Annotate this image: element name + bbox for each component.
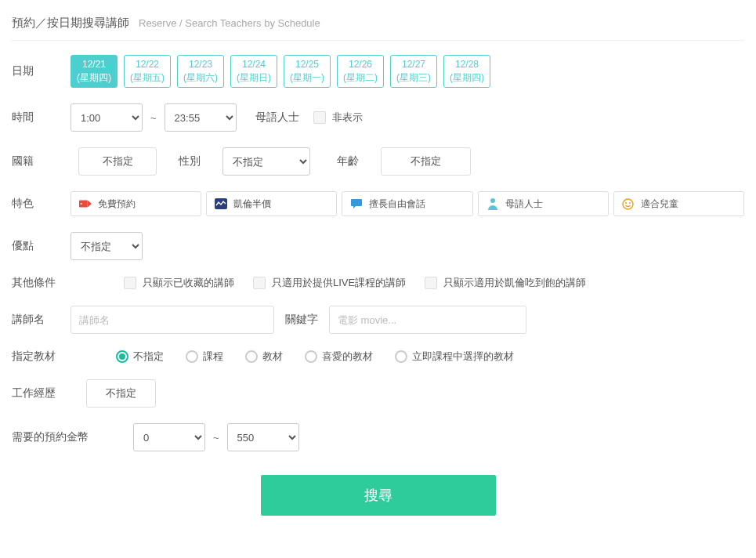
date-md: 12/28 xyxy=(455,58,479,71)
row-teacher-keyword: 講師名 關鍵字 xyxy=(12,306,744,334)
row-work-history: 工作經歷 不指定 xyxy=(12,379,744,408)
label-conditions: 其他條件 xyxy=(12,276,71,290)
label-gender: 性別 xyxy=(179,154,201,168)
callan-icon xyxy=(215,197,227,210)
radio-label: 課程 xyxy=(203,350,223,364)
tilde: ~ xyxy=(150,112,157,124)
feature-tag-0[interactable]: 免費預約 xyxy=(71,191,201,216)
feature-tag-4[interactable]: 適合兒童 xyxy=(613,191,744,216)
condition-label: 只顯示已收藏的講師 xyxy=(143,276,234,290)
radio-label: 喜愛的教材 xyxy=(322,350,373,364)
merit-select[interactable]: 不指定 xyxy=(71,232,143,260)
material-radio-group: 不指定課程教材喜愛的教材立即課程中選擇的教材 xyxy=(116,350,514,364)
svg-point-4 xyxy=(623,199,633,209)
feature-label: 免費預約 xyxy=(98,197,136,211)
date-tab-6[interactable]: 12/27(星期三) xyxy=(390,55,437,88)
chat-icon xyxy=(350,197,363,210)
date-tab-4[interactable]: 12/25(星期一) xyxy=(284,55,331,88)
row-merit: 優點 不指定 xyxy=(12,232,744,260)
feature-label: 凱倫半價 xyxy=(233,197,271,211)
svg-point-5 xyxy=(625,202,627,204)
label-nationality: 國籍 xyxy=(12,154,71,168)
condition-checkbox-2[interactable]: 只顯示適用於凱倫吃到飽的講師 xyxy=(425,276,586,290)
keyword-input[interactable] xyxy=(329,306,526,334)
feature-label: 適合兒童 xyxy=(641,197,678,211)
date-dow: (星期三) xyxy=(396,71,431,85)
feature-tag-3[interactable]: 母語人士 xyxy=(478,191,609,216)
label-coins: 需要的預約金幣 xyxy=(12,430,106,444)
date-dow: (星期一) xyxy=(290,71,324,85)
material-radio-2[interactable]: 教材 xyxy=(245,350,283,364)
date-md: 12/23 xyxy=(189,58,212,71)
label-keyword: 關鍵字 xyxy=(285,313,318,327)
checkbox-icon xyxy=(425,277,437,289)
row-date: 日期 12/21(星期四)12/22(星期五)12/23(星期六)12/24(星… xyxy=(12,55,744,88)
page-subtitle: Reserve / Search Teachers by Schedule xyxy=(139,17,320,29)
date-md: 12/26 xyxy=(349,58,372,71)
material-radio-1[interactable]: 課程 xyxy=(186,350,223,364)
radio-icon xyxy=(245,350,258,363)
date-dow: (星期六) xyxy=(183,71,218,85)
label-material: 指定教材 xyxy=(12,350,71,364)
time-to-select[interactable]: 23:55 xyxy=(165,103,237,132)
label-feature: 特色 xyxy=(12,197,71,211)
row-time: 時間 1:00 ~ 23:55 母語人士 非表示 xyxy=(12,103,744,132)
teacher-name-input[interactable] xyxy=(71,306,274,334)
checkbox-label: 非表示 xyxy=(332,111,363,125)
work-history-button[interactable]: 不指定 xyxy=(86,379,156,408)
date-tab-1[interactable]: 12/22(星期五) xyxy=(124,55,171,88)
label-age: 年齡 xyxy=(337,154,359,168)
date-md: 12/22 xyxy=(136,58,159,71)
condition-label: 只顯示適用於凱倫吃到飽的講師 xyxy=(443,276,586,290)
person-icon xyxy=(487,197,499,210)
native-hide-checkbox[interactable]: 非表示 xyxy=(313,111,363,125)
label-time: 時間 xyxy=(12,111,71,125)
condition-checkbox-0[interactable]: 只顯示已收藏的講師 xyxy=(124,276,234,290)
coins-from-select[interactable]: 0 xyxy=(133,423,205,451)
condition-checkbox-1[interactable]: 只適用於提供LIVE課程的講師 xyxy=(253,276,406,290)
coins-to-select[interactable]: 550 xyxy=(227,423,299,451)
material-radio-4[interactable]: 立即課程中選擇的教材 xyxy=(395,350,514,364)
radio-icon xyxy=(186,350,198,363)
search-button[interactable]: 搜尋 xyxy=(261,475,496,516)
date-tab-5[interactable]: 12/26(星期二) xyxy=(337,55,384,88)
row-feature: 特色 免費預約凱倫半價擅長自由會話母語人士適合兒童 xyxy=(12,191,744,216)
submit-row: 搜尋 xyxy=(12,475,744,516)
material-radio-3[interactable]: 喜愛的教材 xyxy=(305,350,373,364)
feature-tag-2[interactable]: 擅長自由會話 xyxy=(342,191,472,216)
feature-label: 母語人士 xyxy=(505,197,543,211)
radio-label: 教材 xyxy=(262,350,283,364)
date-dow: (星期二) xyxy=(343,71,378,85)
radio-icon xyxy=(116,350,128,363)
checkbox-icon xyxy=(124,277,136,289)
conditions-group: 只顯示已收藏的講師只適用於提供LIVE課程的講師只顯示適用於凱倫吃到飽的講師 xyxy=(124,276,586,290)
svg-rect-0 xyxy=(79,201,88,208)
condition-label: 只適用於提供LIVE課程的講師 xyxy=(272,276,406,290)
nationality-button[interactable]: 不指定 xyxy=(78,147,157,176)
page-title: 預約／按日期搜尋講師 xyxy=(12,16,129,31)
date-dow: (星期四) xyxy=(450,71,484,85)
date-md: 12/24 xyxy=(242,58,266,71)
label-date: 日期 xyxy=(12,64,71,78)
smile-icon xyxy=(622,197,635,210)
row-nationality: 國籍 不指定 性別 不指定 年齡 不指定 xyxy=(12,147,744,176)
date-tab-3[interactable]: 12/24(星期日) xyxy=(230,55,277,88)
date-tabs: 12/21(星期四)12/22(星期五)12/23(星期六)12/24(星期日)… xyxy=(71,55,490,88)
page-header: 預約／按日期搜尋講師 Reserve / Search Teachers by … xyxy=(12,16,744,41)
svg-point-6 xyxy=(629,202,631,204)
age-button[interactable]: 不指定 xyxy=(381,147,471,176)
date-md: 12/25 xyxy=(295,58,319,71)
date-tab-0[interactable]: 12/21(星期四) xyxy=(71,55,118,88)
feature-tag-1[interactable]: 凱倫半價 xyxy=(206,191,337,216)
material-radio-0[interactable]: 不指定 xyxy=(116,350,164,364)
checkbox-icon xyxy=(253,277,266,289)
date-tab-7[interactable]: 12/28(星期四) xyxy=(443,55,490,88)
date-tab-2[interactable]: 12/23(星期六) xyxy=(177,55,224,88)
svg-point-3 xyxy=(490,198,495,203)
time-from-select[interactable]: 1:00 xyxy=(71,103,143,132)
row-conditions: 其他條件 只顯示已收藏的講師只適用於提供LIVE課程的講師只顯示適用於凱倫吃到飽… xyxy=(12,276,744,290)
date-dow: (星期日) xyxy=(237,71,271,85)
label-merit: 優點 xyxy=(12,239,71,253)
gender-select[interactable]: 不指定 xyxy=(222,147,310,176)
radio-label: 立即課程中選擇的教材 xyxy=(412,350,514,364)
